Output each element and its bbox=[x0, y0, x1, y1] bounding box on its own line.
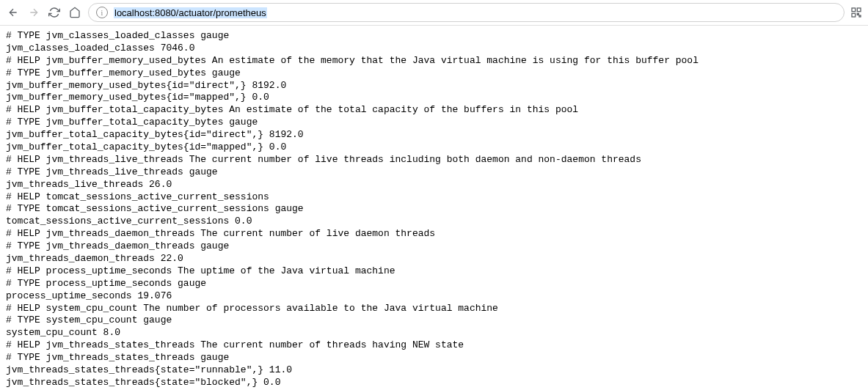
site-info-icon[interactable]: i bbox=[96, 7, 108, 18]
svg-rect-2 bbox=[852, 13, 856, 17]
browser-toolbar: i localhost:8080/actuator/prometheus bbox=[0, 0, 868, 26]
metrics-output: # TYPE jvm_classes_loaded_classes gauge … bbox=[0, 26, 868, 390]
svg-rect-4 bbox=[859, 15, 861, 17]
address-bar[interactable]: i localhost:8080/actuator/prometheus bbox=[88, 3, 845, 22]
back-button[interactable] bbox=[6, 5, 21, 20]
svg-rect-3 bbox=[857, 13, 858, 15]
url-text: localhost:8080/actuator/prometheus bbox=[114, 7, 267, 18]
reload-button[interactable] bbox=[47, 5, 62, 20]
svg-rect-1 bbox=[857, 8, 861, 12]
forward-button[interactable] bbox=[26, 5, 41, 20]
qr-icon[interactable] bbox=[850, 7, 862, 18]
home-button[interactable] bbox=[68, 5, 82, 20]
svg-rect-0 bbox=[852, 8, 856, 12]
